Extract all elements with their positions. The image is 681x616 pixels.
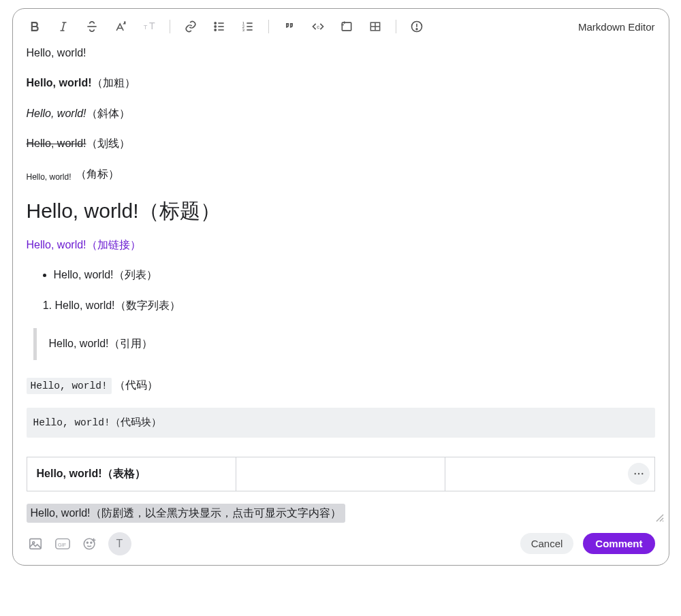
number-list: Hello, world!（数字列表） xyxy=(27,298,655,313)
svg-text:3: 3 xyxy=(242,28,244,32)
italic-annot: （斜体） xyxy=(86,108,130,119)
superscript-icon[interactable] xyxy=(112,18,129,35)
line-plain: Hello, world! xyxy=(27,46,655,61)
cancel-button[interactable]: Cancel xyxy=(520,533,574,554)
line-superscript: Hello, world! （角标） xyxy=(27,167,655,182)
svg-text:c: c xyxy=(317,24,319,30)
list-item: Hello, world!（列表） xyxy=(54,268,655,282)
svg-text:T: T xyxy=(149,20,155,31)
strikethrough-icon[interactable] xyxy=(84,18,100,35)
svg-point-6 xyxy=(215,22,216,24)
table[interactable]: Hello, world!（表格） xyxy=(27,457,655,491)
quote-icon[interactable] xyxy=(281,18,298,35)
toolbar: TT 123 c Markdown Editor xyxy=(25,18,656,39)
svg-point-7 xyxy=(215,26,216,27)
strike-text: Hello, world! xyxy=(27,137,86,149)
spoiler-text[interactable]: Hello, world!（防剧透，以全黑方块显示，点击可显示文字内容） xyxy=(27,504,345,523)
svg-point-35 xyxy=(90,542,91,543)
bullet-list: Hello, world!（列表） xyxy=(27,268,655,282)
toolbar-separator xyxy=(170,20,170,33)
resize-handle-icon[interactable] xyxy=(655,513,665,525)
svg-point-27 xyxy=(637,473,639,474)
toolbar-separator xyxy=(396,20,396,33)
editor-content[interactable]: Hello, world! Hello, world!（加粗） Hello, w… xyxy=(25,39,656,528)
svg-text:T: T xyxy=(143,24,147,31)
editor-footer: GIF T Cancel Comment xyxy=(25,528,656,555)
table-more-button[interactable] xyxy=(628,463,650,485)
svg-point-8 xyxy=(215,29,216,31)
sup-annot: （角标） xyxy=(76,167,119,182)
table-wrap: Hello, world!（表格） xyxy=(27,457,655,491)
image-icon[interactable] xyxy=(27,535,44,553)
table-header-cell[interactable] xyxy=(236,457,445,491)
codeblock-icon[interactable] xyxy=(338,18,355,35)
svg-point-25 xyxy=(416,29,417,30)
table-header-cell[interactable]: Hello, world!（表格） xyxy=(27,457,236,491)
emoji-icon[interactable] xyxy=(81,535,99,553)
bold-icon[interactable] xyxy=(27,18,43,35)
blockquote: Hello, world!（引用） xyxy=(33,328,655,359)
spoiler-icon[interactable] xyxy=(409,18,425,35)
svg-point-28 xyxy=(642,473,643,474)
sup-text: Hello, world! xyxy=(27,172,72,183)
quote-text: Hello, world!（引用） xyxy=(49,338,153,349)
table-header-cell[interactable] xyxy=(445,457,654,491)
italic-icon[interactable] xyxy=(55,18,72,35)
code-block: Hello, world!（代码块） xyxy=(27,408,655,438)
line-bold: Hello, world!（加粗） xyxy=(27,76,655,91)
bold-text: Hello, world! xyxy=(27,77,92,88)
heading-text: Hello, world!（标题） xyxy=(27,197,655,225)
bullet-list-icon[interactable] xyxy=(211,18,227,35)
svg-rect-29 xyxy=(29,539,41,549)
line-inline-code: Hello, world! （代码） xyxy=(27,378,655,393)
comment-button[interactable]: Comment xyxy=(583,533,654,554)
editor-container: TT 123 c Markdown Editor Hello, xyxy=(12,8,669,566)
inline-code-annot: （代码） xyxy=(114,379,158,391)
table-row: Hello, world!（表格） xyxy=(27,457,654,491)
toolbar-separator xyxy=(268,20,269,33)
code-icon[interactable]: c xyxy=(310,18,326,35)
link-text[interactable]: Hello, world!（加链接） xyxy=(27,238,655,253)
line-strike: Hello, world!（划线） xyxy=(27,136,655,151)
italic-text: Hello, world! xyxy=(27,108,86,119)
svg-text:GIF: GIF xyxy=(58,542,67,548)
link-icon[interactable] xyxy=(183,18,199,35)
avatar[interactable]: T xyxy=(108,532,131,555)
list-item: Hello, world!（数字列表） xyxy=(55,298,655,313)
gif-icon[interactable]: GIF xyxy=(54,535,72,553)
line-italic: Hello, world!（斜体） xyxy=(27,106,655,121)
bold-annot: （加粗） xyxy=(92,77,136,88)
svg-line-0 xyxy=(62,22,64,31)
inline-code: Hello, world! xyxy=(27,378,112,394)
number-list-icon[interactable]: 123 xyxy=(240,18,256,35)
heading-icon[interactable]: TT xyxy=(141,18,157,35)
editor-mode-toggle[interactable]: Markdown Editor xyxy=(578,21,655,33)
svg-point-26 xyxy=(634,473,635,474)
table-icon[interactable] xyxy=(367,18,383,35)
strike-annot: （划线） xyxy=(86,137,130,149)
svg-rect-19 xyxy=(342,22,351,31)
svg-point-34 xyxy=(86,542,88,543)
